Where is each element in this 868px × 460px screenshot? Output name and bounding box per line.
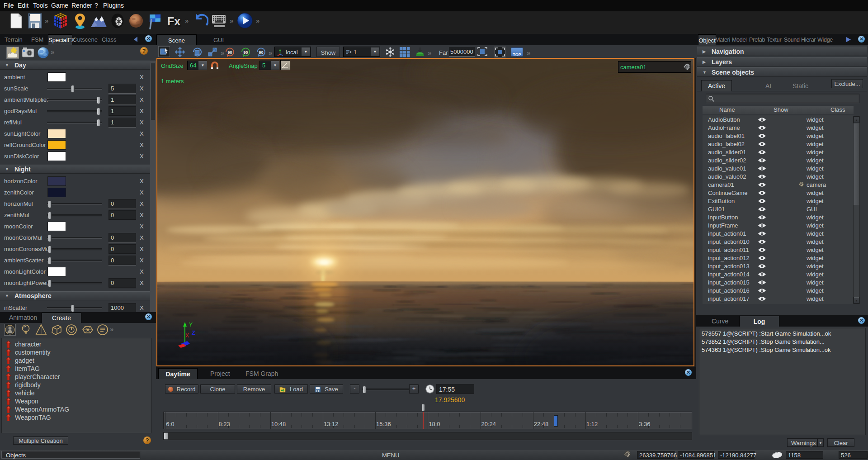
svg-text:Z: Z (192, 329, 195, 336)
svg-text:90: 90 (259, 50, 263, 55)
svg-text:Y: Y (189, 322, 193, 328)
svg-text:90: 90 (227, 50, 232, 55)
svg-text:X: X (185, 332, 189, 339)
svg-text:90: 90 (243, 50, 248, 55)
